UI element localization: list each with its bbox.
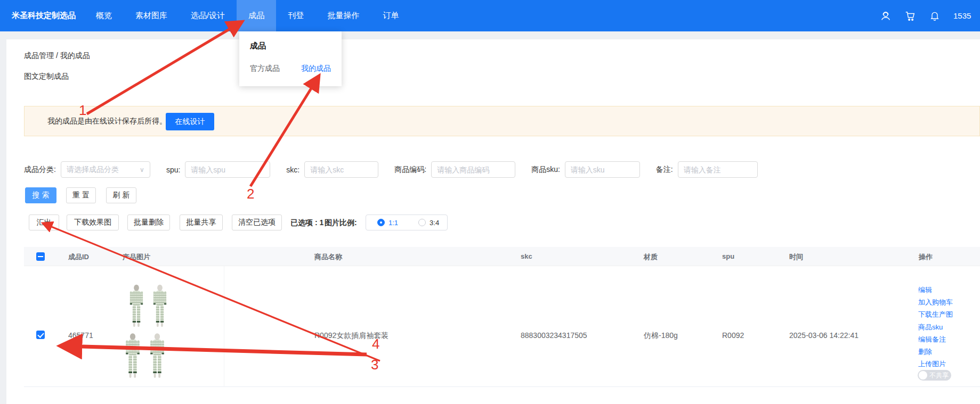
share-toggle-label: 不共享 — [929, 371, 949, 380]
batch-delete-button[interactable]: 批量删除 — [127, 215, 170, 230]
share-toggle[interactable]: 不共享 — [918, 370, 951, 381]
chevron-down-icon: ∨ — [140, 166, 144, 174]
mannequin-front-icon — [127, 282, 146, 330]
cell-material: 仿棉-180g — [644, 331, 678, 341]
dropdown-item-my-products[interactable]: 我的成品 — [301, 64, 331, 73]
account-phone-number[interactable]: 1535 — [953, 11, 978, 20]
product-sku-input[interactable] — [565, 161, 640, 178]
dropdown-title: 成品 — [239, 31, 342, 51]
download-renders-button[interactable]: 下载效果图 — [67, 215, 119, 230]
row-operations: 编辑 加入购物车 下载生产图 商品sku 编辑备注 删除 上传图片 — [918, 284, 953, 370]
upload-image-link[interactable]: 上传图片 — [918, 358, 953, 370]
dropdown-item-official-products[interactable]: 官方成品 — [250, 64, 280, 73]
product-code-input[interactable] — [431, 161, 515, 178]
product-sku-link[interactable]: 商品sku — [918, 321, 953, 333]
online-design-button[interactable]: 在线设计 — [166, 113, 214, 130]
clear-selection-button[interactable]: 清空已选项 — [232, 215, 282, 230]
filter-label-skc: skc: — [286, 166, 299, 174]
brand-title: 米圣科技定制选品 — [0, 0, 84, 31]
notice-text: 我的成品是由在线设计保存后所得。 — [47, 117, 167, 126]
spu-input[interactable] — [185, 161, 270, 178]
cell-skc: 8883003234317505 — [521, 331, 587, 340]
delete-link[interactable]: 删除 — [918, 345, 953, 358]
page-title: 图文定制成品 — [24, 72, 69, 81]
edit-link[interactable]: 编辑 — [918, 284, 953, 296]
bell-icon[interactable] — [929, 10, 941, 22]
category-select[interactable]: 请选择成品分类 ∨ — [61, 161, 150, 178]
cell-time: 2025-03-06 14:22:41 — [789, 331, 858, 340]
header-product-image: 产品图片 — [123, 252, 150, 262]
product-image[interactable] — [125, 282, 171, 330]
edit-remark-link[interactable]: 编辑备注 — [918, 333, 953, 345]
export-button[interactable]: 汇出 — [29, 215, 59, 230]
filter-bar: 成品分类: 请选择成品分类 ∨ spu: skc: 商品编码: 商品sku: 备… — [24, 161, 774, 178]
filter-label-remark: 备注: — [656, 165, 673, 175]
table-row: 465771 — [24, 266, 980, 387]
nav-item-finished-products[interactable]: 成品 — [237, 0, 276, 31]
nav-item-selection-design[interactable]: 选品/设计 — [179, 0, 237, 31]
ratio-1-1-label: 1:1 — [388, 219, 398, 227]
cell-spu: R0092 — [722, 331, 744, 340]
download-production-image-link[interactable]: 下载生产图 — [918, 308, 953, 320]
header-product-id: 成品ID — [68, 252, 89, 262]
ratio-1-1-radio[interactable]: 1:1 — [377, 219, 398, 227]
cell-product-id: 465771 — [68, 331, 93, 340]
radio-dot-icon — [377, 219, 385, 226]
image-ratio-group: 1:1 3:4 — [366, 215, 448, 230]
nav-item-material-library[interactable]: 素材图库 — [124, 0, 179, 31]
cell-product-name: R0092女款插肩袖套装 — [314, 331, 388, 341]
filter-label-product-sku: 商品sku: — [531, 165, 560, 175]
image-ratio-label: 图片比例: — [325, 218, 357, 228]
ratio-3-4-label: 3:4 — [430, 219, 439, 227]
table-header: 成品ID 产品图片 商品名称 skc 材质 spu 时间 操作 — [24, 247, 980, 266]
mannequin-back-icon — [150, 282, 169, 330]
add-to-cart-link[interactable]: 加入购物车 — [918, 296, 953, 308]
search-button[interactable]: 搜 索 — [25, 187, 56, 203]
mannequin-front-icon — [123, 331, 143, 381]
column-divider — [224, 266, 224, 387]
nav-item-overview[interactable]: 概览 — [84, 0, 124, 31]
selected-count-text: 已选项 : 1 — [290, 218, 323, 228]
category-select-placeholder: 请选择成品分类 — [67, 165, 119, 175]
cart-icon[interactable] — [904, 10, 916, 22]
top-navbar: 米圣科技定制选品 概览 素材图库 选品/设计 成品 刊登 批量操作 订单 — [0, 0, 980, 31]
batch-share-button[interactable]: 批量共享 — [180, 215, 223, 230]
nav-item-batch-operations[interactable]: 批量操作 — [315, 0, 371, 31]
remark-input[interactable] — [678, 161, 758, 178]
header-time: 时间 — [789, 252, 803, 262]
header-operations: 操作 — [919, 252, 933, 262]
customer-service-icon[interactable] — [880, 10, 892, 22]
breadcrumb: 成品管理 / 我的成品 — [24, 51, 90, 61]
header-skc: skc — [521, 252, 532, 260]
header-material: 材质 — [644, 252, 658, 262]
mannequin-back-icon — [147, 331, 167, 381]
row-checkbox[interactable] — [36, 331, 45, 339]
toggle-knob-icon — [919, 371, 927, 380]
header-product-name: 商品名称 — [314, 252, 342, 262]
filter-label-spu: spu: — [166, 166, 180, 174]
app-root: 米圣科技定制选品 概览 素材图库 选品/设计 成品 刊登 批量操作 订单 — [0, 0, 980, 404]
refresh-button[interactable]: 刷 新 — [106, 187, 136, 203]
radio-dot-icon — [418, 219, 426, 226]
reset-button[interactable]: 重 置 — [66, 187, 96, 203]
notice-bar: 我的成品是由在线设计保存后所得。 在线设计 — [24, 106, 980, 136]
skc-input[interactable] — [304, 161, 378, 178]
header-spu: spu — [722, 252, 734, 260]
ratio-3-4-radio[interactable]: 3:4 — [418, 219, 439, 227]
filter-label-category: 成品分类: — [24, 165, 56, 175]
nav-item-listing[interactable]: 刊登 — [276, 0, 315, 31]
filter-label-product-code: 商品编码: — [394, 165, 426, 175]
nav-item-orders[interactable]: 订单 — [371, 0, 410, 31]
finished-products-dropdown: 成品 官方成品 我的成品 — [239, 31, 342, 86]
select-all-checkbox[interactable] — [36, 252, 45, 261]
product-image[interactable] — [122, 331, 168, 379]
